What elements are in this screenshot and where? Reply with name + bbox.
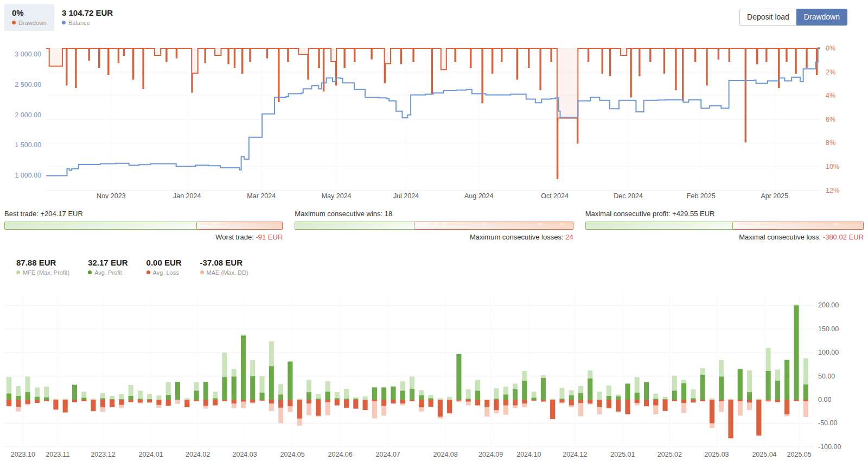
x-axis-tick: 2025.02 — [658, 451, 682, 458]
profit-bar-segment — [456, 354, 461, 400]
loss-bar-segment — [719, 400, 724, 401]
loss-bar-segment — [184, 400, 189, 407]
profit-bar-segment — [588, 379, 592, 400]
right-axis-tick: 0% — [826, 45, 835, 52]
loss-bar-segment — [738, 400, 743, 401]
loss-bar-segment — [91, 400, 96, 411]
profit-bar-segment — [325, 392, 330, 400]
mae-legend-item[interactable]: -37.08 EUR MAE (Max. DD) — [200, 258, 248, 276]
left-axis-tick: 1 500.00 — [15, 141, 41, 149]
drawdown-button[interactable]: Drawdown — [796, 9, 847, 26]
avg-loss-legend-item[interactable]: 0.00 EUR Avg. Loss — [146, 258, 182, 276]
trade-stats-row: Best trade: +204.17 EUR Worst trade: -91… — [4, 210, 864, 241]
loss-bar-segment — [16, 400, 21, 407]
balance-legend-card[interactable]: 3 104.72 EUR Balance — [54, 4, 120, 31]
x-axis-tick: 2024.08 — [433, 451, 458, 458]
drawdown-legend-card[interactable]: 0% Drawdown — [4, 4, 54, 31]
profit-bar-segment — [494, 399, 499, 400]
loss-bar-segment — [503, 400, 508, 405]
mfe-bar-segment — [550, 399, 555, 400]
balance-value: 3 104.72 EUR — [62, 9, 113, 18]
mfe-bar-segment — [156, 395, 161, 400]
profit-bar-segment — [766, 371, 771, 400]
loss-bar-segment — [766, 400, 771, 401]
profit-bar-segment — [278, 394, 283, 400]
profit-bar-segment — [72, 385, 77, 400]
mfe-bar-segment — [147, 394, 152, 400]
profit-bar-segment — [288, 362, 292, 400]
profit-bar-segment — [44, 398, 49, 400]
profit-bar-segment — [541, 378, 546, 400]
profit-bar-segment — [803, 384, 808, 400]
x-axis-tick: 2024.10 — [516, 451, 541, 458]
profit-bar-segment — [681, 383, 686, 400]
profit-bar-segment — [400, 391, 405, 400]
profit-bar-segment — [269, 366, 274, 400]
drawdown-line — [46, 48, 820, 179]
max-wins-bar-segment — [295, 222, 414, 230]
chart-header: 0% Drawdown 3 104.72 EUR Balance Deposit… — [4, 4, 864, 33]
mfe-mae-chart: 200.00150.00100.0050.000.00-50.00-100.00… — [0, 291, 868, 462]
profit-bar-segment — [738, 369, 743, 400]
balance-label: Balance — [68, 20, 90, 26]
avg-loss-label: Avg. Loss — [153, 269, 179, 276]
mfe-legend-item[interactable]: 87.88 EUR MFE (Max. Profit) — [16, 258, 69, 276]
consecutive-wins-stat: Maximum consecutive wins: 18 Maximum con… — [295, 210, 573, 241]
loss-bar-segment — [494, 400, 499, 410]
consecutive-profit-bar — [585, 222, 864, 230]
profit-bar-segment — [513, 389, 518, 400]
x-axis-tick: Feb 2025 — [687, 192, 716, 200]
loss-bar-segment — [484, 400, 489, 407]
right-axis-tick: 12% — [826, 187, 839, 194]
profit-bar-segment — [635, 393, 640, 400]
loss-bar-segment — [278, 400, 283, 408]
profit-bar-segment — [429, 398, 433, 400]
mfe-bar-segment — [728, 399, 733, 400]
profit-bar-segment — [222, 377, 227, 400]
avg-profit-label: Avg. Profit — [94, 269, 122, 276]
left-axis-tick: 2 000.00 — [15, 111, 41, 119]
loss-bar-segment — [241, 400, 246, 401]
loss-bar-segment — [597, 400, 602, 407]
profit-bar-segment — [559, 399, 564, 400]
x-axis-tick: 2025.05 — [787, 451, 812, 458]
profit-bar-segment — [372, 387, 377, 400]
loss-bar-segment — [53, 400, 58, 409]
mfe-label: MFE (Max. Profit) — [23, 269, 69, 276]
loss-bar-segment — [288, 400, 292, 406]
loss-bar-segment — [232, 400, 237, 403]
mfe-bar-segment — [559, 388, 564, 400]
loss-bar-segment — [775, 400, 780, 402]
avg-profit-legend-item[interactable]: 32.17 EUR Avg. Profit — [88, 258, 127, 276]
loss-bar-segment — [25, 400, 30, 404]
x-axis-tick: 2024.05 — [280, 451, 305, 458]
loss-bar-segment — [166, 400, 171, 406]
loss-bar-segment — [559, 400, 564, 402]
loss-bar-segment — [419, 400, 424, 407]
loss-bar-segment — [616, 400, 621, 412]
deposit-load-button[interactable]: Deposit load — [739, 9, 796, 26]
balance-drawdown-chart: 3 000.002 500.002 000.001 500.001 000.00… — [0, 34, 868, 203]
right-axis-tick: 2% — [826, 68, 835, 76]
mfe-bar-segment — [710, 398, 714, 400]
mfe-mae-legend: 87.88 EUR MFE (Max. Profit) 32.17 EUR Av… — [16, 258, 248, 276]
x-axis-tick: May 2024 — [322, 192, 352, 200]
mfe-bar-segment — [138, 391, 143, 400]
profit-bar-segment — [81, 398, 86, 400]
max-losses-value: 24 — [565, 233, 573, 241]
left-axis-tick: 2 500.00 — [15, 81, 41, 89]
loss-bar-segment — [475, 400, 480, 405]
x-axis-tick: 2025.01 — [610, 451, 635, 458]
max-loss-bar-segment — [733, 222, 864, 230]
profit-bar-segment — [775, 381, 780, 400]
x-axis-tick: 2023.10 — [11, 451, 35, 458]
profit-bar-segment — [794, 305, 799, 400]
consecutive-wins-bar — [295, 222, 573, 230]
loss-bar-segment — [756, 400, 761, 436]
statistics-page: 0% Drawdown 3 104.72 EUR Balance Deposit… — [0, 0, 868, 473]
profit-bar-segment — [138, 399, 143, 400]
right-axis-tick: 6% — [826, 116, 835, 123]
loss-bar-segment — [297, 400, 302, 419]
drawdown-area — [46, 48, 820, 179]
loss-bar-segment — [522, 400, 527, 403]
